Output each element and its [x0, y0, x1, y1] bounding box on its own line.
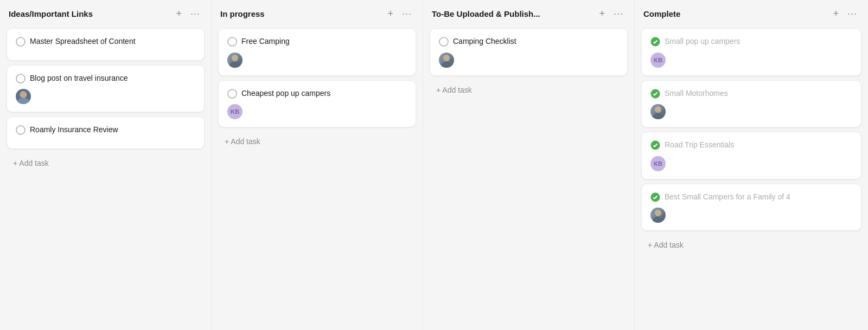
card-title-text: Camping Checklist [453, 36, 516, 47]
card-title-text: Cheapest pop up campers [241, 88, 330, 99]
avatar [16, 89, 31, 104]
column-add-button-in-progress[interactable]: + [385, 8, 395, 20]
card-title-row: Road Trip Essentials [650, 140, 852, 151]
card-title-row: Small Motorhomes [650, 88, 852, 99]
card-avatars [227, 53, 407, 68]
svg-point-1 [16, 74, 25, 83]
task-card[interactable]: Small Motorhomes [641, 80, 861, 128]
card-title-text: Best Small Campers for a Family of 4 [665, 192, 790, 203]
card-title-text: Blog post on travel insurance [30, 73, 128, 84]
column-title-complete: Complete [643, 9, 826, 18]
card-title-text: Small Motorhomes [665, 88, 728, 99]
task-card[interactable]: Cheapest pop up campersKB [218, 80, 416, 128]
column-title-in-progress: In progress [220, 9, 381, 18]
add-task-button-ideas[interactable]: + Add task [7, 154, 205, 172]
add-task-button-complete[interactable]: + Add task [641, 236, 861, 254]
task-card[interactable]: Blog post on travel insurance [7, 65, 205, 113]
card-avatars [650, 208, 852, 223]
card-avatars: KB [227, 104, 407, 119]
check-empty-icon [16, 125, 25, 135]
svg-point-0 [16, 37, 25, 46]
column-ideas: Ideas/Important Links+···Master Spreadsh… [0, 0, 212, 330]
check-empty-icon [16, 74, 25, 83]
card-avatars [439, 53, 618, 68]
svg-point-4 [228, 89, 237, 98]
column-more-button-ideas[interactable]: ··· [188, 8, 202, 20]
column-more-button-in-progress[interactable]: ··· [400, 8, 414, 20]
add-task-button-to-be-uploaded[interactable]: + Add task [430, 81, 628, 99]
column-header-ideas: Ideas/Important Links+··· [0, 0, 211, 26]
card-title-row: Master Spreadsheet of Content [16, 36, 195, 47]
avatar [650, 208, 666, 223]
svg-point-5 [439, 37, 448, 46]
check-empty-icon [16, 37, 25, 47]
card-title-row: Free Camping [227, 36, 407, 47]
column-header-to-be-uploaded: To-Be Uploaded & Publish...+··· [423, 0, 634, 26]
check-empty-icon [227, 89, 237, 99]
task-card[interactable]: Roamly Insurance Review [7, 117, 205, 149]
column-body-in-progress: Free CampingCheapest pop up campersKB+ A… [212, 26, 423, 330]
check-empty-icon [227, 37, 237, 47]
avatar [650, 104, 666, 119]
check-complete-icon [650, 192, 660, 202]
card-title-row: Roamly Insurance Review [16, 125, 195, 135]
check-complete-icon [650, 37, 660, 47]
card-title-row: Cheapest pop up campers [227, 88, 407, 99]
svg-point-3 [228, 37, 237, 46]
column-to-be-uploaded: To-Be Uploaded & Publish...+···Camping C… [423, 0, 635, 330]
card-avatars: KB [650, 156, 852, 171]
card-avatars [16, 89, 195, 104]
card-title-row: Blog post on travel insurance [16, 73, 195, 84]
column-more-button-complete[interactable]: ··· [845, 8, 859, 20]
svg-point-2 [16, 126, 25, 134]
column-in-progress: In progress+···Free CampingCheapest pop … [212, 0, 423, 330]
column-add-button-complete[interactable]: + [831, 8, 841, 20]
column-more-button-to-be-uploaded[interactable]: ··· [611, 8, 626, 20]
task-card[interactable]: Master Spreadsheet of Content [7, 28, 205, 61]
kanban-board: Ideas/Important Links+···Master Spreadsh… [0, 0, 868, 330]
task-card[interactable]: Best Small Campers for a Family of 4 [641, 184, 861, 231]
column-body-to-be-uploaded: Camping Checklist+ Add task [423, 26, 634, 330]
column-add-button-to-be-uploaded[interactable]: + [597, 8, 607, 20]
avatar: KB [650, 53, 666, 68]
task-card[interactable]: Small pop up campersKB [641, 28, 861, 76]
column-title-ideas: Ideas/Important Links [9, 9, 169, 18]
column-complete: Complete+···Small pop up campersKBSmall … [635, 0, 868, 330]
card-title-text: Roamly Insurance Review [30, 125, 118, 135]
card-title-text: Free Camping [241, 36, 290, 47]
column-header-complete: Complete+··· [635, 0, 868, 26]
column-header-in-progress: In progress+··· [212, 0, 423, 26]
card-title-row: Best Small Campers for a Family of 4 [650, 192, 852, 203]
column-body-ideas: Master Spreadsheet of ContentBlog post o… [0, 26, 211, 330]
check-complete-icon [650, 140, 660, 150]
avatar [227, 53, 242, 68]
task-card[interactable]: Free Camping [218, 28, 416, 76]
column-title-to-be-uploaded: To-Be Uploaded & Publish... [432, 9, 592, 18]
card-title-text: Road Trip Essentials [665, 140, 734, 151]
check-complete-icon [650, 89, 660, 99]
card-title-text: Small pop up campers [665, 36, 740, 47]
card-avatars [650, 104, 852, 119]
card-title-row: Camping Checklist [439, 36, 618, 47]
column-body-complete: Small pop up campersKBSmall MotorhomesRo… [635, 26, 868, 330]
avatar: KB [650, 156, 666, 171]
card-title-text: Master Spreadsheet of Content [30, 36, 136, 47]
add-task-button-in-progress[interactable]: + Add task [218, 133, 416, 150]
card-title-row: Small pop up campers [650, 36, 852, 47]
task-card[interactable]: Road Trip EssentialsKB [641, 132, 861, 179]
avatar: KB [227, 104, 242, 119]
task-card[interactable]: Camping Checklist [430, 28, 628, 76]
avatar [439, 53, 454, 68]
check-empty-icon [439, 37, 449, 47]
column-add-button-ideas[interactable]: + [174, 8, 184, 20]
card-avatars: KB [650, 53, 852, 68]
